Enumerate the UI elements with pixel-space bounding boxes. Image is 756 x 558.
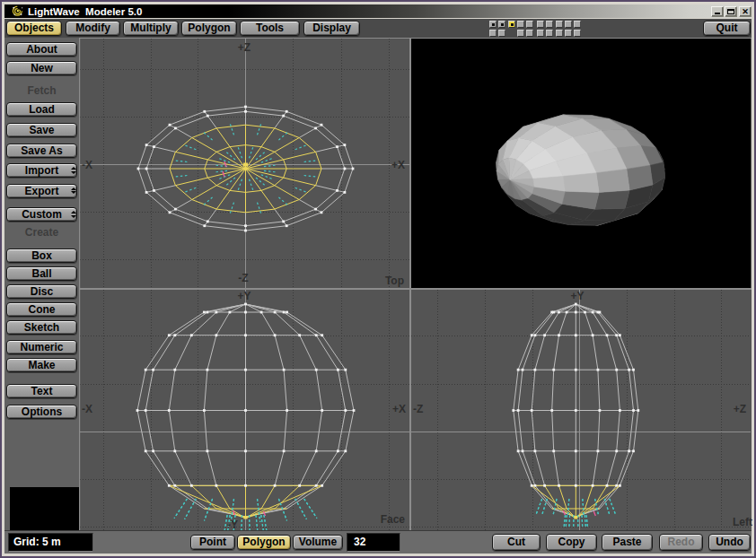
svg-text:Top: Top <box>385 275 404 287</box>
svg-text:-Z: -Z <box>238 272 248 284</box>
svg-text:-X: -X <box>82 403 92 415</box>
svg-text:-Y: -Y <box>227 519 238 531</box>
svg-text:+Z: +Z <box>238 41 251 54</box>
svg-text:+Y: +Y <box>570 290 584 302</box>
svg-text:+Z: +Z <box>734 403 746 415</box>
svg-text:Left: Left <box>733 516 752 528</box>
svg-text:+X: +X <box>392 403 406 415</box>
svg-text:+Y: +Y <box>237 290 251 302</box>
svg-text:+X: +X <box>391 159 405 171</box>
svg-text:-X: -X <box>82 159 92 171</box>
svg-text:Face: Face <box>381 513 406 526</box>
svg-text:-Z: -Z <box>413 403 423 415</box>
